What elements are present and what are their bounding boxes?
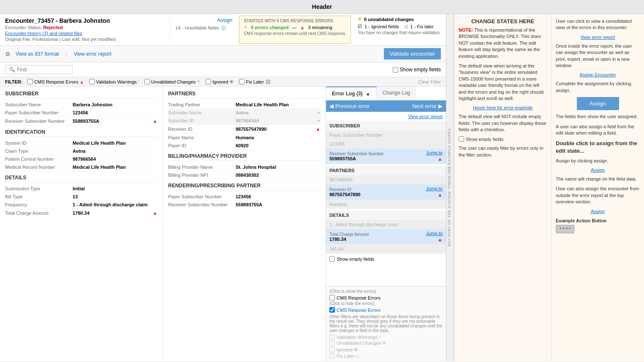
submitter-edit-icon: ✏ xyxy=(317,111,321,115)
error-filter-bottom: (Click to show the errors) CMS Respose E… xyxy=(326,286,446,361)
hover-error-example-link[interactable]: Hover here for error example xyxy=(473,105,533,110)
fix-later-icon xyxy=(266,80,270,84)
error-total-charge-row: Total Charge Amount 1780.34 Jump to ▲ xyxy=(326,229,446,245)
error-filter-unval-check[interactable] xyxy=(329,340,335,346)
change-states-show-empty-check[interactable] xyxy=(459,136,464,142)
details-section: DETAILS Submission Type Initial Bill Typ… xyxy=(5,175,158,218)
main-form-area: SUBSCRIBER Subscriber Name Barbera Johns… xyxy=(0,86,446,361)
app-root: Header Encounter_73457 - Barbera Johnsto… xyxy=(0,0,644,361)
clear-filter-btn[interactable]: Clear Filter xyxy=(418,79,441,84)
error-filter-ignored-check[interactable] xyxy=(329,347,335,352)
error-subscriber-section: SUBSCRIBER xyxy=(326,121,446,131)
ignored-row: ☑ 1 - Ignored fields □ 1 - Fix later xyxy=(358,24,441,29)
rendering-receiver-num-row: Receiver Subscriber Number 559893755A xyxy=(168,201,321,209)
identification-section: IDENTIFICATION System ID Medical Life He… xyxy=(5,129,158,171)
subscriber-section-title: SUBSCRIBER xyxy=(5,91,158,98)
change-states-note: NOTE: This is representational of the BR… xyxy=(459,27,547,59)
encounter-history-link[interactable]: Encounter history (3) and related files xyxy=(5,31,165,36)
error-filter-val-check[interactable] xyxy=(329,334,335,340)
right-help-desc1: User can click to view a consolidated vi… xyxy=(556,18,640,31)
error-filter-cms-check[interactable] xyxy=(329,295,335,300)
prev-error-btn[interactable]: ◀ Previous error xyxy=(329,103,370,109)
encounter-info-block: Encounter_73457 - Barbera Johnston Encou… xyxy=(0,14,170,45)
view-837-link[interactable]: View as 837 format xyxy=(16,51,59,57)
billing-section: BILLING/PHARMACY PROVIDER Billing Provid… xyxy=(168,153,321,179)
filter-unvalidated: Unvalidated Changes ✳ xyxy=(144,79,201,84)
show-empty-label: Show empty fields xyxy=(400,67,441,73)
receiver-error-icon: ▲ xyxy=(437,156,443,162)
rendering-payer-num-row: Payer Subscriber Number 123456 xyxy=(168,193,321,201)
right-view-error-link[interactable]: View error report xyxy=(581,35,615,40)
receiver-id-jump[interactable]: Jump to xyxy=(426,186,443,191)
unedit-fields: 14 - Uneditable fields ⓘ xyxy=(175,25,232,31)
filter-search-row: 🔍 Show empty fields xyxy=(0,62,446,77)
change-states-title: CHANGE STATES HERE xyxy=(459,18,547,24)
error-sub-num-row: 123456 xyxy=(326,140,446,149)
rendering-section-title: RENDERING/PRESCRIBING PARTNER xyxy=(168,183,321,190)
toolbar: ⚙ View as 837 format | View error report… xyxy=(0,46,446,62)
assign-link-top[interactable]: Assign xyxy=(175,17,232,23)
change-log-tab[interactable]: Change Log xyxy=(377,86,416,100)
right-help-assign-enc: Assign Encounter xyxy=(556,72,640,77)
error-filter-cms-checked[interactable] xyxy=(329,307,335,313)
error-filter-fix-check[interactable] xyxy=(329,353,335,359)
right-assign-link3[interactable]: Assign xyxy=(591,209,605,214)
error-sub-name-row: Payer Subscriber Number xyxy=(326,131,446,140)
header-bar: Header xyxy=(0,0,644,14)
example-action-btn[interactable]: * * * * xyxy=(556,225,574,233)
error-log-tab[interactable]: Error Log (3) ▲ xyxy=(326,86,377,100)
cms-error-icon: ▲ xyxy=(79,79,84,84)
view-error-report-link[interactable]: View error report xyxy=(74,51,111,57)
unvalidated-block: ✳ 0 unvalidated changes ☑ 1 - Ignored fi… xyxy=(353,14,446,45)
error-filter-cms-checked-row: CMS Respose Errors xyxy=(329,307,443,313)
bill-type-row: Bill Type 13 xyxy=(5,193,158,201)
receiver-id-error-icon: ▲ xyxy=(437,192,443,198)
encounter-file-info: Original File: Professional | Last edit:… xyxy=(5,37,165,42)
error-log-panel: Error Log (3) ▲ Change Log ◀ Previous er… xyxy=(326,86,446,361)
search-box[interactable]: 🔍 xyxy=(5,65,73,74)
right-assign-enc-link[interactable]: Assign Encounter xyxy=(579,72,616,77)
ignored-icon: 👁 xyxy=(229,79,234,84)
cms-errors-filter-check[interactable] xyxy=(27,79,33,84)
error-payer-name-row: Humana xyxy=(326,200,446,209)
next-error-btn[interactable]: Next error ▶ xyxy=(412,103,443,109)
prev-chevron-icon: ◀ xyxy=(329,103,334,109)
encounter-status-row: Encounter Status: Rejected xyxy=(5,25,165,30)
error-show-empty-check[interactable] xyxy=(329,256,335,262)
cms-errors-row: ✳ 0 errors changed — ▲ 3 remaining xyxy=(244,24,346,30)
total-charge-jump[interactable]: Jump to xyxy=(426,231,443,236)
validation-warnings-check[interactable] xyxy=(89,79,95,84)
unvalidated-check[interactable] xyxy=(144,79,150,84)
filter-label: FILTER: xyxy=(5,79,22,84)
view-error-report-row: View error report xyxy=(326,112,446,121)
billing-section-title: BILLING/PHARMACY PROVIDER xyxy=(168,153,321,161)
filter-bar: FILTER: CMS Respose Errors ▲ Validation … xyxy=(0,77,446,86)
settings-icon: ⚙ xyxy=(5,51,11,57)
error-receiver-num-row: Receiver Subscriber Number 559893755A Ju… xyxy=(326,149,446,164)
search-input[interactable] xyxy=(17,67,68,73)
receiver-jump-to[interactable]: Jump to xyxy=(426,150,443,155)
right-help-desc8: User can also assign the encounter from … xyxy=(556,186,640,205)
right-help-panel: User can click to view a consolidated vi… xyxy=(551,14,644,361)
subscriber-section: SUBSCRIBER Subscriber Name Barbera Johns… xyxy=(5,91,158,126)
details-section-title: DETAILS xyxy=(5,175,158,182)
change-states-desc-view: The default view will NOT include empty … xyxy=(459,113,547,133)
right-help-desc5: A user can also assign a field from the … xyxy=(556,124,640,137)
search-icon: 🔍 xyxy=(9,67,15,73)
ignored-check[interactable] xyxy=(206,79,211,84)
right-assign-btn[interactable]: Assign xyxy=(577,97,619,110)
error-partners-section: PARTNERS xyxy=(326,166,446,176)
click-hide-errors-label: (Click to hide the errors) xyxy=(329,301,443,306)
right-help-desc7: The name will change on the field data. xyxy=(556,176,640,182)
right-assign-link2[interactable]: Assign xyxy=(591,167,605,173)
right-help-desc2: Once inside the error report, the user c… xyxy=(556,43,640,69)
view-error-report-log-link[interactable]: View error report xyxy=(408,114,443,119)
error-nav-bar: ◀ Previous error Next error ▶ xyxy=(326,100,446,112)
click-show-errors-label: (Click to show the errors) xyxy=(329,289,443,294)
right-assign-link2-wrap: Assign xyxy=(556,167,640,173)
show-empty-checkbox[interactable] xyxy=(393,67,398,73)
fix-later-check[interactable] xyxy=(239,79,245,84)
validate-btn[interactable]: Validate encounter xyxy=(384,48,441,59)
receiver-id-row: Receiver ID 987557547890 ▲ xyxy=(168,125,321,134)
payer-id-row: Payer ID 60920 xyxy=(168,142,321,150)
